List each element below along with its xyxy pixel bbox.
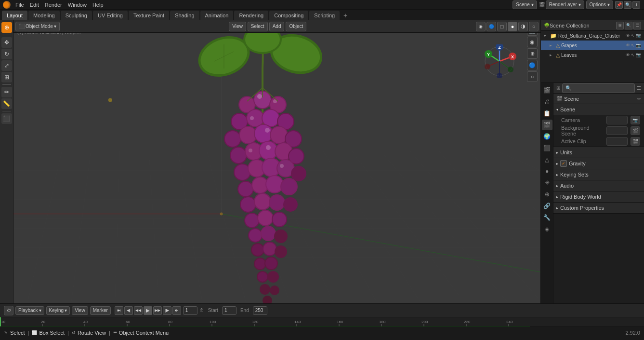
- prop-tab-physics[interactable]: ⊕: [542, 189, 552, 200]
- prop-custom-props-header[interactable]: ▸ Custom Properties: [553, 203, 644, 213]
- tool-scale[interactable]: ⤢: [1, 60, 12, 71]
- prop-tab-shader[interactable]: ◈: [542, 224, 552, 234]
- playback-menu[interactable]: Playback ▾: [15, 306, 44, 315]
- timeline-ruler[interactable]: 10 20 40 60 80 100 120 140 160 180 200 2…: [0, 317, 644, 326]
- marker-menu[interactable]: Marker: [90, 306, 111, 315]
- viewport-overlay-button[interactable]: ◉: [476, 22, 486, 31]
- tool-move[interactable]: ✥: [1, 37, 12, 48]
- play-reverse-btn[interactable]: ◀◀: [134, 306, 143, 315]
- viewport-shading-wire[interactable]: □: [497, 22, 507, 31]
- viewport-object-menu[interactable]: Object: [286, 22, 306, 31]
- scene-selector[interactable]: Scene ▾: [513, 0, 537, 9]
- prop-tab-render[interactable]: 🎬: [542, 85, 552, 95]
- tool-measure[interactable]: 📏: [1, 98, 12, 109]
- viewport-shading-render[interactable]: ○: [529, 22, 539, 31]
- viewport-select-menu[interactable]: Select: [248, 22, 268, 31]
- prop-tab-output[interactable]: 🖨: [542, 96, 552, 107]
- prop-units-header[interactable]: ▸ Units: [553, 147, 644, 158]
- outliner-filter-btn[interactable]: ⊞: [616, 22, 624, 29]
- camera-value[interactable]: [606, 116, 628, 124]
- tool-add-cube[interactable]: ⬛: [1, 113, 12, 124]
- prop-tab-world[interactable]: 🌍: [542, 131, 552, 142]
- viewport-mode-button[interactable]: ⬛ Object Mode ▾: [15, 22, 60, 31]
- end-frame-field[interactable]: 250: [253, 306, 267, 315]
- prop-scene-header[interactable]: ▾ Scene: [553, 104, 644, 115]
- pin-button[interactable]: 📌: [615, 1, 623, 9]
- svg-point-120: [255, 258, 265, 269]
- menu-render[interactable]: Render: [42, 0, 65, 10]
- outliner-search-btn[interactable]: 🔍: [625, 22, 632, 29]
- prop-tab-particles[interactable]: ✳: [542, 177, 552, 188]
- gravity-checkbox[interactable]: [560, 160, 567, 167]
- prop-tab-view-layer[interactable]: 📋: [542, 108, 552, 119]
- viewport-shading-solid[interactable]: ●: [508, 22, 517, 31]
- start-frame-field[interactable]: 1: [222, 306, 237, 315]
- prop-tab-mesh[interactable]: △: [542, 154, 552, 165]
- tab-layout[interactable]: Layout: [2, 11, 27, 20]
- prop-rigid-body-header[interactable]: ▸ Rigid Body World: [553, 191, 644, 202]
- tool-rotate[interactable]: ↻: [1, 49, 12, 59]
- navigation-gizmo[interactable]: X Y Z: [483, 44, 512, 73]
- bg-scene-value[interactable]: [606, 126, 628, 135]
- playback-start-btn[interactable]: ⏮: [115, 306, 123, 315]
- tab-texture-paint[interactable]: Texture Paint: [129, 11, 169, 20]
- tool-annotate[interactable]: ✏: [1, 87, 12, 97]
- prop-tab-scene[interactable]: 🎬: [542, 120, 552, 130]
- viewport-proportional-btn[interactable]: ○: [527, 71, 538, 82]
- menu-window[interactable]: Window: [65, 0, 90, 10]
- add-workspace-button[interactable]: +: [341, 11, 350, 20]
- active-clip-pick-btn[interactable]: 🎬: [631, 137, 640, 146]
- tab-shading[interactable]: Shading: [170, 11, 199, 20]
- menu-help[interactable]: Help: [90, 0, 106, 10]
- prev-keyframe-btn[interactable]: ◀|: [124, 306, 133, 315]
- tab-rendering[interactable]: Rendering: [234, 11, 268, 20]
- view-menu[interactable]: View: [72, 306, 88, 315]
- outliner-item-leaves[interactable]: ▸ △ Leaves 👁 ↖ 📷: [541, 50, 644, 60]
- scene-name-label: Scene: [564, 96, 579, 102]
- prop-audio-header[interactable]: ▸ Audio: [553, 180, 644, 191]
- next-keyframe-btn[interactable]: |▶: [163, 306, 171, 315]
- viewport-overlay-btn[interactable]: ◉: [527, 37, 538, 47]
- info-button[interactable]: ℹ: [632, 1, 640, 9]
- prop-tab-constraints[interactable]: 🔗: [542, 201, 552, 211]
- tool-cursor[interactable]: ⊕: [1, 22, 12, 33]
- prop-keying-sets-header[interactable]: ▸ Keying Sets: [553, 169, 644, 180]
- camera-pick-btn[interactable]: 📷: [631, 116, 640, 124]
- play-forward-btn[interactable]: ▶▶: [153, 306, 162, 315]
- viewport-view-menu[interactable]: View: [229, 22, 246, 31]
- menu-file[interactable]: File: [13, 0, 27, 10]
- properties-search[interactable]: 🔍: [562, 83, 635, 93]
- outliner-item-collection[interactable]: ▾ 📁 Red_Sultana_Grape_Cluster 👁 ↖ 📷: [541, 31, 644, 41]
- active-clip-value[interactable]: [606, 137, 628, 146]
- outliner-settings-btn[interactable]: ☰: [633, 22, 641, 29]
- tab-animation[interactable]: Animation: [200, 11, 234, 20]
- tab-compositing[interactable]: Compositing: [269, 11, 308, 20]
- timeline-type-icon[interactable]: ⏱: [4, 306, 13, 315]
- playback-end-btn[interactable]: ⏭: [172, 306, 181, 315]
- viewport-snap-btn[interactable]: 🔵: [527, 60, 538, 70]
- render-layer-selector[interactable]: RenderLayer ▾: [546, 0, 584, 9]
- prop-tab-object[interactable]: ⬛: [542, 143, 552, 153]
- outliner-item-grapes[interactable]: ▸ △ Grapes 👁 ↖ 📷: [541, 41, 644, 50]
- tab-uv-editing[interactable]: UV Editing: [93, 11, 128, 20]
- tab-sculpting[interactable]: Sculpting: [61, 11, 92, 20]
- viewport-add-menu[interactable]: Add: [269, 22, 285, 31]
- prop-tab-modifiers[interactable]: 🔧: [542, 212, 552, 223]
- bg-scene-pick-btn[interactable]: 🎬: [631, 126, 640, 135]
- viewport-gizmo-button[interactable]: 🔵: [486, 22, 496, 31]
- prop-tab-material[interactable]: ●: [542, 166, 552, 177]
- keying-menu[interactable]: Keying ▾: [46, 306, 70, 315]
- tool-transform[interactable]: ⊞: [1, 72, 12, 82]
- options-button[interactable]: Options ▾: [586, 0, 613, 9]
- menu-edit[interactable]: Edit: [27, 0, 42, 10]
- current-frame-field[interactable]: 1: [183, 306, 197, 315]
- 3d-viewport[interactable]: ⬛ Object Mode ▾ View Select Add Object ◉: [13, 20, 540, 303]
- prop-gravity-header[interactable]: ▸ Gravity: [553, 158, 644, 169]
- viewport-gizmo-btn[interactable]: ⊕: [527, 48, 538, 59]
- scene-name-edit-btn[interactable]: ✏: [637, 96, 641, 101]
- tab-scripting[interactable]: Scripting: [309, 11, 340, 20]
- tab-modeling[interactable]: Modeling: [28, 11, 60, 20]
- play-btn[interactable]: ▶: [144, 306, 152, 315]
- search-button-top[interactable]: 🔍: [624, 1, 631, 9]
- viewport-shading-material[interactable]: ◑: [518, 22, 528, 31]
